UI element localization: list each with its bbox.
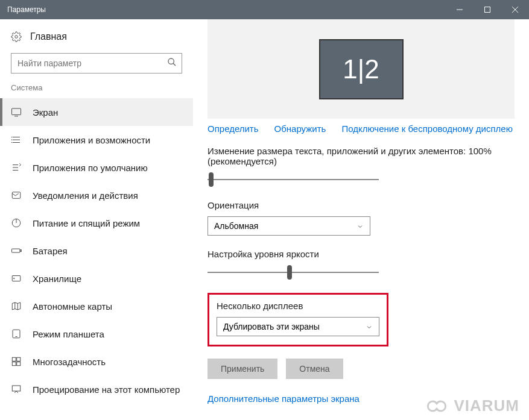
- sidebar-item-projecting[interactable]: Проецирование на этот компьютер: [0, 375, 193, 403]
- svg-point-24: [14, 278, 15, 279]
- chevron-down-icon: [366, 323, 373, 330]
- sidebar-item-label: Уведомления и действия: [33, 190, 138, 201]
- notifications-icon: [11, 190, 22, 201]
- svg-point-12: [11, 137, 12, 137]
- sidebar-item-multitask[interactable]: Многозадачность: [0, 348, 193, 375]
- detect-link[interactable]: Обнаружить: [274, 124, 326, 134]
- svg-rect-30: [12, 357, 16, 361]
- sidebar-item-label: Приложения по умолчанию: [33, 163, 148, 173]
- svg-point-14: [11, 142, 12, 143]
- sidebar-item-apps[interactable]: Приложения и возможности: [0, 126, 193, 154]
- svg-rect-33: [17, 362, 21, 366]
- sidebar-item-display[interactable]: Экран: [0, 98, 193, 126]
- display-icon: [11, 107, 22, 118]
- orientation-dropdown[interactable]: Альбомная: [207, 216, 370, 236]
- search-input-container[interactable]: [11, 53, 182, 74]
- titlebar: Параметры: [0, 0, 529, 19]
- brightness-label: Настройка уровня яркости: [207, 249, 515, 259]
- svg-rect-21: [12, 249, 21, 252]
- sidebar-item-label: Проецирование на этот компьютер: [33, 384, 180, 395]
- close-button[interactable]: [501, 0, 529, 19]
- home-row[interactable]: Главная: [0, 28, 193, 51]
- sidebar-item-tablet[interactable]: Режим планшета: [0, 320, 193, 348]
- section-label: Система: [0, 83, 193, 98]
- maximize-button[interactable]: [474, 0, 501, 19]
- multidisplay-label: Несколько дисплеев: [217, 301, 379, 311]
- sidebar-item-label: Питание и спящий режим: [33, 218, 140, 228]
- maps-icon: [11, 301, 22, 312]
- apply-button[interactable]: Применить: [207, 359, 277, 379]
- battery-icon: [11, 245, 22, 256]
- monitor-preview[interactable]: 1|2: [207, 19, 515, 119]
- svg-rect-22: [21, 250, 22, 252]
- svg-rect-34: [12, 386, 21, 391]
- search-input[interactable]: [17, 58, 167, 68]
- svg-marker-25: [12, 302, 21, 310]
- scale-slider[interactable]: [207, 172, 379, 187]
- advanced-settings-link[interactable]: Дополнительные параметры экрана: [207, 393, 360, 404]
- minimize-button[interactable]: [446, 0, 474, 19]
- apps-icon: [11, 134, 22, 145]
- cancel-button[interactable]: Отмена: [286, 359, 343, 379]
- sidebar-item-label: Автономные карты: [33, 301, 112, 312]
- scale-label: Изменение размера текста, приложений и д…: [207, 146, 515, 166]
- sidebar-item-label: Приложения и возможности: [33, 135, 150, 145]
- storage-icon: [11, 273, 22, 284]
- chevron-down-icon: [356, 222, 364, 230]
- orientation-label: Ориентация: [207, 200, 515, 210]
- multidisplay-dropdown[interactable]: Дублировать эти экраны: [217, 317, 379, 336]
- main-panel: 1|2 Определить Обнаружить Подключение к …: [193, 19, 529, 420]
- sidebar-item-label: Экран: [33, 107, 58, 118]
- display-links: Определить Обнаружить Подключение к бесп…: [207, 124, 515, 134]
- sidebar-item-label: Многозадачность: [33, 357, 106, 367]
- brightness-slider[interactable]: [207, 265, 379, 280]
- svg-rect-32: [12, 362, 16, 366]
- sidebar-item-notifications[interactable]: Уведомления и действия: [0, 181, 193, 209]
- gear-icon: [11, 31, 22, 42]
- watermark: VIARUM: [423, 396, 519, 415]
- identify-link[interactable]: Определить: [207, 124, 259, 134]
- sidebar-item-maps[interactable]: Автономные карты: [0, 292, 193, 320]
- sidebar-item-power[interactable]: Питание и спящий режим: [0, 209, 193, 237]
- orientation-value: Альбомная: [214, 221, 258, 231]
- default-apps-icon: [11, 162, 22, 173]
- svg-rect-1: [485, 7, 490, 13]
- multidisplay-value: Дублировать эти экраны: [223, 322, 320, 331]
- svg-rect-7: [12, 108, 21, 115]
- svg-point-5: [168, 58, 174, 64]
- sidebar-item-label: Батарея: [33, 246, 68, 256]
- sidebar-item-storage[interactable]: Хранилище: [0, 265, 193, 292]
- sidebar-item-label: Режим планшета: [33, 329, 104, 339]
- tablet-icon: [11, 328, 22, 339]
- home-label: Главная: [30, 31, 67, 42]
- svg-point-13: [11, 140, 12, 140]
- svg-point-4: [15, 36, 18, 39]
- search-icon: [167, 57, 177, 69]
- sidebar-item-battery[interactable]: Батарея: [0, 237, 193, 265]
- wireless-link[interactable]: Подключение к беспроводному дисплею: [341, 124, 513, 134]
- multidisplay-highlight: Несколько дисплеев Дублировать эти экран…: [207, 293, 388, 346]
- power-icon: [11, 218, 22, 228]
- svg-rect-31: [17, 357, 21, 361]
- sidebar-item-label: Хранилище: [33, 274, 81, 284]
- sidebar-item-default-apps[interactable]: Приложения по умолчанию: [0, 154, 193, 181]
- svg-line-6: [173, 63, 176, 66]
- monitor-box[interactable]: 1|2: [319, 39, 404, 99]
- projecting-icon: [11, 384, 22, 395]
- window-title: Параметры: [7, 5, 46, 14]
- sidebar: Главная Система Экран Приложения и возмо…: [0, 19, 193, 420]
- multitask-icon: [11, 356, 22, 367]
